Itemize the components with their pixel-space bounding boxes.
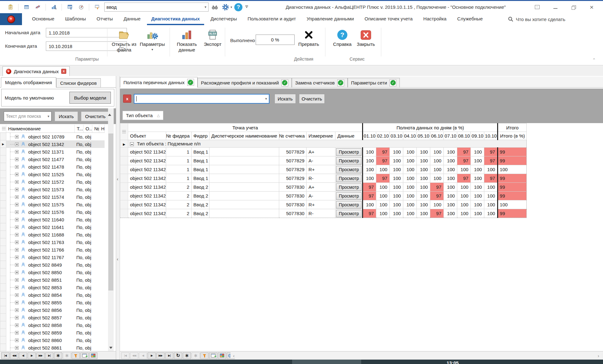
tree-item[interactable]: ▶object 502 11342По, obj: [0, 140, 105, 148]
date-column-header[interactable]: 07.10: [444, 132, 457, 140]
expand-icon[interactable]: [15, 301, 19, 304]
tree-item[interactable]: object 502 8853По, obj: [0, 284, 105, 291]
expand-icon[interactable]: [15, 135, 19, 139]
nav-next-page-button[interactable]: ▶▶: [156, 352, 165, 359]
scroll-left-icon[interactable]: ‹: [233, 353, 235, 358]
gear-dropdown-icon[interactable]: ▾: [231, 5, 232, 9]
expand-icon[interactable]: [15, 241, 19, 244]
view-button[interactable]: Просмотр: [336, 166, 361, 173]
tree-item[interactable]: object 502 11641По, obj: [0, 223, 105, 231]
tree-item[interactable]: object 502 8851По, obj: [0, 276, 105, 284]
tree-item[interactable]: object 502 11573По, obj: [0, 186, 105, 193]
save-layout-button[interactable]: [80, 352, 89, 359]
choose-model-button[interactable]: Выбор модели: [69, 92, 111, 104]
scroll-down-icon[interactable]: [109, 347, 112, 349]
column-header[interactable]: Объект: [128, 132, 166, 140]
group-row[interactable]: ▶ Тип объекта : Подземные п/п: [120, 140, 527, 148]
total-column-header[interactable]: Итого (в %): [498, 132, 527, 140]
nav-prev-page-button[interactable]: ◀◀: [10, 352, 18, 359]
diagnostics-tab-2[interactable]: Расхождение профиля и показаний✓: [198, 78, 292, 87]
tree-item[interactable]: object 502 8857По, obj: [0, 314, 105, 321]
view-button[interactable]: Просмотр: [336, 148, 361, 156]
report-clipboard-icon[interactable]: [6, 3, 15, 12]
gauge-icon[interactable]: [76, 3, 86, 12]
expand-icon[interactable]: [15, 316, 19, 319]
customize-toolbar-icon[interactable]: ▾: [245, 6, 248, 8]
expand-icon[interactable]: [15, 263, 19, 267]
tree-item[interactable]: object 502 8856По, obj: [0, 306, 105, 314]
table-search-combobox[interactable]: ▾: [134, 94, 269, 104]
expand-icon[interactable]: [15, 346, 19, 350]
chevron-down-icon[interactable]: ▾: [204, 5, 206, 9]
tree-item[interactable]: object 502 11688По, obj: [0, 231, 105, 238]
column-header[interactable]: № фидера: [166, 132, 192, 140]
ribbon-tab-10[interactable]: Настройка: [419, 13, 451, 25]
ribbon-tab-1[interactable]: Основные: [28, 13, 59, 25]
help-button[interactable]: ? Справка: [331, 26, 353, 57]
expand-icon[interactable]: [15, 180, 19, 184]
tab-display-model[interactable]: Модель отображения: [1, 77, 56, 88]
grid-layout-button[interactable]: [218, 352, 226, 359]
minimize-icon[interactable]: [551, 3, 560, 11]
scroll-up-icon[interactable]: [108, 108, 111, 116]
date-column-header[interactable]: 10.10: [484, 132, 498, 140]
column-group-point[interactable]: Точка учета: [128, 123, 363, 132]
expand-icon[interactable]: [15, 286, 19, 289]
ribbon-tab-6[interactable]: Диспетчеры: [206, 13, 241, 25]
expand-icon[interactable]: [15, 271, 19, 274]
chevron-down-icon[interactable]: ▾: [47, 114, 49, 118]
column-header[interactable]: № счетчика: [279, 132, 307, 140]
expand-icon[interactable]: [15, 210, 19, 214]
tree-item[interactable]: object 502 11477По, obj: [0, 155, 105, 163]
help-icon[interactable]: ?: [234, 3, 243, 12]
column-header[interactable]: Измерение: [307, 132, 335, 140]
quick-search-combobox[interactable]: ввод ▾: [104, 3, 209, 12]
grid-layout-button[interactable]: [89, 352, 97, 359]
clear-search-icon[interactable]: x: [123, 95, 131, 103]
document-tab[interactable]: Диагностика данных x: [3, 66, 70, 76]
close-icon[interactable]: ×: [587, 3, 596, 11]
app-menu-button[interactable]: [0, 13, 22, 25]
tree-item[interactable]: object 502 8859По, obj: [0, 329, 105, 336]
save-layout-button[interactable]: [209, 352, 217, 359]
open-from-file-button[interactable]: Открыть из файла: [110, 26, 138, 57]
taskbar[interactable]: 13:05: [0, 360, 603, 364]
column-header[interactable]: Диспетчерское наименование: [209, 132, 279, 140]
tab-feeder-lists[interactable]: Списки фидеров: [56, 78, 101, 87]
nav-next-button[interactable]: ▶: [148, 352, 156, 359]
tree-item[interactable]: object 502 11576По, obj: [0, 208, 105, 216]
diagnostics-tab-1[interactable]: Полнота первичных данных✓: [120, 77, 198, 88]
nav-first-button[interactable]: |◀: [1, 352, 9, 359]
close-tab-icon[interactable]: x: [61, 69, 66, 74]
tree-item[interactable]: object 502 11640По, obj: [0, 216, 105, 223]
tree-find-button[interactable]: Искать: [55, 111, 78, 121]
nav-last-button[interactable]: ▶|: [45, 352, 53, 359]
column-group-total[interactable]: Итого: [498, 123, 527, 132]
tree-item[interactable]: object 502 11763По, obj: [0, 238, 105, 246]
ribbon-tab-7[interactable]: Пользователи и аудит: [243, 13, 300, 25]
tree-item[interactable]: object 502 8855По, obj: [0, 299, 105, 306]
filter-button[interactable]: [72, 352, 80, 359]
ribbon-tab-5[interactable]: Диагностика данных: [147, 13, 204, 25]
collapse-left-icon[interactable]: ‹: [117, 177, 118, 182]
expand-icon[interactable]: [15, 143, 19, 146]
expand-icon[interactable]: [15, 188, 19, 191]
expand-icon[interactable]: [15, 225, 19, 229]
date-column-header[interactable]: 02.10: [376, 132, 390, 140]
chart-lines-icon[interactable]: [33, 3, 42, 12]
expand-icon[interactable]: [15, 218, 19, 221]
collapse-ribbon-icon[interactable]: ›: [591, 58, 596, 59]
tree-column-header[interactable]: Наименование: [6, 125, 75, 133]
date-column-header[interactable]: 09.10: [471, 132, 484, 140]
tell-me-search[interactable]: Что вы хотите сделать: [508, 13, 603, 25]
table-sum-icon[interactable]: Σ: [65, 3, 74, 12]
nav-last-button[interactable]: ▶|: [165, 352, 173, 359]
taskbar-app-button[interactable]: [292, 360, 361, 364]
tree-item[interactable]: object 502 11572По, obj: [0, 178, 105, 186]
view-button[interactable]: Просмотр: [336, 192, 361, 200]
filter-button[interactable]: [200, 352, 209, 359]
expand-icon[interactable]: [15, 248, 19, 252]
tree-item[interactable]: object 502 11574По, obj: [0, 193, 105, 201]
show-data-button[interactable]: Показать данные: [173, 26, 201, 57]
asterisk-button[interactable]: ∗: [54, 352, 62, 359]
